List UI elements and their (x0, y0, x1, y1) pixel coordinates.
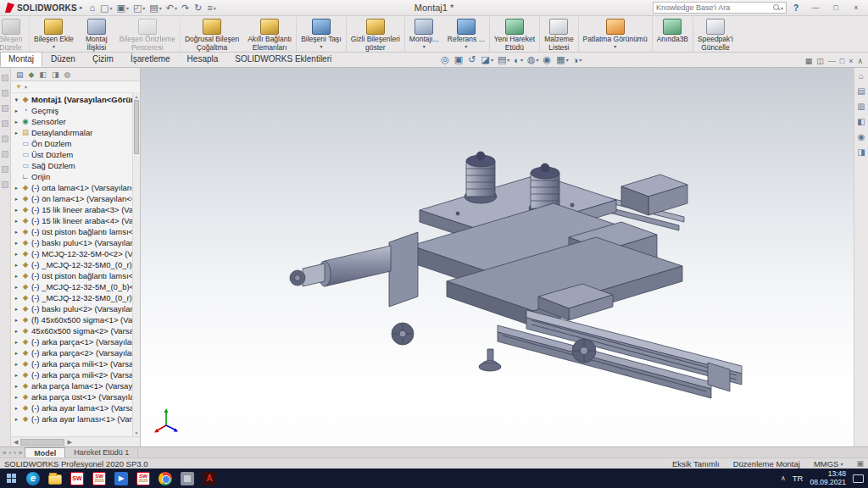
command-tab[interactable]: Hesapla (179, 52, 227, 67)
feature-tree-item[interactable]: ▸ (-) MCJQ-12-32-5M-0<2> (Va (11, 248, 140, 259)
doc-minimize-icon[interactable]: — (828, 57, 836, 65)
feature-tree-item[interactable]: Ön Düzlem (11, 138, 140, 149)
scroll-down-arrow-icon[interactable]: ▼ (133, 430, 140, 435)
previous-view-icon[interactable]: ↺ (467, 54, 477, 65)
close-button[interactable]: × (846, 1, 866, 15)
feature-tree-item[interactable]: ▸ (-) arka parça mili<2> (Varsay (11, 369, 140, 380)
expand-arrow-icon[interactable]: ▸ (14, 416, 19, 423)
search-icon[interactable] (773, 4, 781, 12)
task-pane-home-icon[interactable]: ⌂ (859, 71, 864, 80)
component-preview-window-button[interactable]: Bileşen Önizleme Penceresi (115, 17, 181, 52)
first-tab-button[interactable]: « (3, 449, 6, 457)
hide-show-items-icon[interactable]: ◍▾ (526, 54, 540, 65)
feature-tree-item[interactable]: ▸ (-) arka parça<1> (Varsayılan< (11, 336, 140, 347)
edge-icon[interactable]: e (22, 469, 44, 488)
clock[interactable]: 13:48 08.09.2021 (810, 470, 846, 487)
command-tab[interactable]: Çizim (84, 52, 122, 67)
doc-close-icon[interactable]: × (849, 57, 853, 65)
unit-system-selector[interactable]: MMGS ▾ (814, 459, 843, 469)
expand-arrow-icon[interactable]: ▸ (14, 383, 19, 390)
maximize-button[interactable]: □ (826, 1, 846, 15)
expand-arrow-icon[interactable]: ▸ (14, 273, 19, 280)
last-tab-button[interactable]: » (19, 449, 22, 457)
feature-tree-item[interactable]: ▸ (-) üst piston bağlantı lamsı<2 (11, 270, 140, 281)
expand-arrow-icon[interactable]: ▸ (14, 284, 19, 291)
feature-tree-item[interactable]: ▸ (-) baskı pulu<2> (Varsayılan< (11, 303, 140, 314)
zoom-fit-icon[interactable]: ◎ (440, 54, 451, 65)
expand-arrow-icon[interactable]: ▸ (14, 350, 19, 357)
help-button[interactable]: ? (790, 3, 802, 13)
new-document-icon[interactable]: ▢▾ (98, 1, 114, 14)
file-explorer-icon[interactable] (44, 469, 66, 488)
solidworks-icon[interactable]: SW (66, 469, 88, 488)
filter-dropdown-arrow-icon[interactable]: ▾ (25, 84, 27, 90)
media-player-icon[interactable]: ▶ (110, 469, 132, 488)
feature-tree-item[interactable]: ▸ (-) arka parça mili<1> (Varsay (11, 358, 140, 369)
show-hidden-components-button[interactable]: Gizli Bileşenleri göster (347, 17, 405, 52)
appearances-icon[interactable]: ◉ (858, 132, 865, 141)
expand-arrow-icon[interactable]: ▸ (14, 196, 19, 202)
exploded-view-button[interactable]: Patlatma Görünümü ▾ (579, 17, 653, 52)
next-tab-button[interactable]: › (14, 449, 16, 457)
file-explorer-pane-icon[interactable]: ▥ (857, 102, 865, 111)
expand-arrow-icon[interactable]: ▸ (14, 207, 19, 214)
design-library-icon[interactable]: ▤ (857, 86, 865, 96)
split-view-icon[interactable]: ◫ (816, 57, 824, 65)
expand-arrow-icon[interactable]: ▸ (14, 372, 19, 379)
section-view-icon[interactable]: ◪▾ (480, 54, 493, 65)
scroll-up-arrow-icon[interactable]: ▲ (133, 94, 140, 99)
options-icon[interactable]: ≡▾ (205, 1, 217, 14)
linear-component-pattern-button[interactable]: Doğrusal Bileşen Çoğaltma ▾ (181, 17, 243, 52)
document-tab[interactable]: Model (25, 447, 65, 458)
expand-arrow-icon[interactable]: ▸ (14, 130, 19, 136)
document-tab[interactable]: Hareket Etüdü 1 (65, 447, 138, 458)
expand-arrow-icon[interactable]: ▸ (14, 317, 19, 324)
expand-arrow-icon[interactable]: ▸ (14, 339, 19, 346)
display-style-icon[interactable]: ◐▾ (513, 55, 524, 65)
expand-arrow-icon[interactable]: ▸ (14, 229, 19, 236)
menu-expand-arrow-icon[interactable]: ▸ (80, 4, 83, 11)
minimize-button[interactable]: — (805, 1, 826, 15)
feature-tree-item[interactable]: ▸ arka parça üst<1> (Varsayılan (11, 391, 140, 402)
solidworks-2020-second-icon[interactable]: SW2020 (132, 469, 154, 488)
reference-geometry-button[interactable]: Referans ... ▾ (443, 17, 490, 52)
tree-horizontal-scrollbar[interactable]: ◀ ▶ (11, 436, 140, 446)
bill-of-materials-button[interactable]: Malzeme Listesi (540, 17, 578, 52)
expand-arrow-icon[interactable]: ▸ (14, 394, 19, 401)
feature-tree-item[interactable]: ▸ (-) baskı pulu<1> (Varsayılan< (11, 237, 140, 248)
expand-arrow-icon[interactable]: ▸ (14, 185, 19, 191)
insert-components-button[interactable]: Bileşen Ekle ▾ (30, 17, 78, 52)
configurationmanager-tab[interactable]: ◧ (39, 70, 47, 79)
expand-arrow-icon[interactable]: ▸ (14, 262, 19, 269)
feature-tree-item[interactable]: ▸ (-) 15 lik lineer araba<3> (Var (11, 204, 140, 215)
expand-arrow-icon[interactable]: ▸ (14, 108, 19, 114)
view-settings-icon[interactable]: ◑▾ (572, 55, 583, 65)
action-center-icon[interactable] (853, 474, 864, 483)
feature-tree-item[interactable]: ▸ 45x60x500 sigma<2> (Varsayı (11, 325, 140, 336)
edit-component-button[interactable]: Bileşen Düzele (0, 17, 30, 52)
instant3d-button[interactable]: Anında3B (653, 17, 693, 52)
open-icon[interactable]: ▣▾ (114, 1, 130, 14)
filter-funnel-icon[interactable]: ▼ (15, 83, 22, 91)
scroll-right-arrow-icon[interactable]: ▶ (64, 439, 74, 446)
feature-tree-item[interactable]: ▸ (-) orta lama<1> (Varsayılan< (11, 182, 140, 193)
status-options-icon[interactable]: ▣ (856, 459, 864, 468)
expand-arrow-icon[interactable]: ▸ (14, 251, 19, 258)
scroll-left-arrow-icon[interactable]: ◀ (11, 439, 20, 446)
edit-appearance-icon[interactable]: ◉ (542, 54, 554, 65)
zoom-area-icon[interactable]: ▣ (453, 54, 465, 65)
propertymanager-tab[interactable]: ◆ (29, 70, 35, 79)
print-icon[interactable]: ▤▾ (147, 1, 163, 14)
mate-button[interactable]: Montaj İlişkisi (78, 17, 115, 52)
feature-tree-item[interactable]: ▸ (-) _MCJQ-12-32-5M_(0_b)<1> (11, 281, 140, 292)
update-speedpak-button[interactable]: Speedpak'i Güncelle (693, 17, 737, 52)
feature-tree-item[interactable]: ▸ (-) arka parça<2> (Varsayılan< (11, 347, 140, 358)
home-icon[interactable]: ⌂ (87, 1, 97, 14)
chrome-icon[interactable] (154, 469, 176, 488)
feature-tree-item[interactable]: ▸ (-) _MCJQ-12-32-5M0_(0_r)<2 (11, 292, 140, 303)
feature-tree-item[interactable]: ▸ Sensörler (11, 116, 140, 127)
custom-properties-icon[interactable]: ◨ (857, 147, 865, 157)
undo-icon[interactable]: ↶▾ (164, 1, 179, 14)
command-tab[interactable]: Düzen (42, 52, 84, 67)
scrollbar-thumb[interactable] (20, 439, 64, 446)
